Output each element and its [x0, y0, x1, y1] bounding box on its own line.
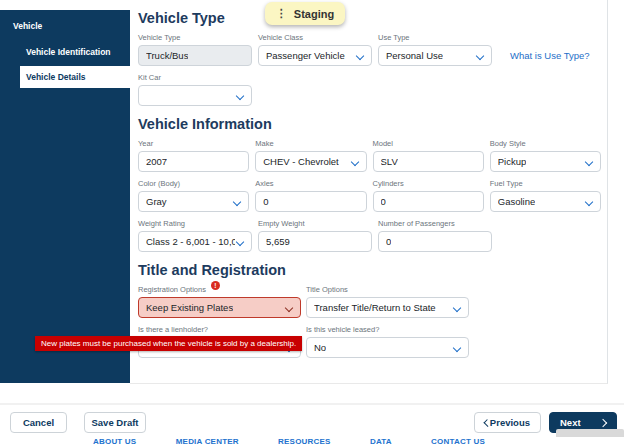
is-there-a-lienholder-label: Is there a lienholder?: [138, 325, 301, 334]
cancel-button[interactable]: Cancel: [10, 412, 67, 433]
chevron-down-icon: [233, 198, 241, 206]
number-of-passengers-input[interactable]: 0: [378, 231, 492, 252]
what-is-use-type-link[interactable]: What is Use Type?: [510, 45, 590, 66]
footer-link-media-center[interactable]: MEDIA CENTER: [176, 437, 239, 445]
year-label: Year: [138, 139, 249, 148]
chevron-down-icon: [476, 52, 484, 60]
error-tooltip: New plates must be purchased when the ve…: [35, 336, 302, 351]
chevron-down-icon: [453, 344, 461, 352]
fuel-type-label: Fuel Type: [490, 179, 601, 188]
registration-options-select[interactable]: Keep Existing Plates: [138, 297, 301, 318]
vehicle-type-label: Vehicle Type: [138, 33, 252, 42]
chevron-right-icon: [599, 418, 607, 426]
axles-label: Axles: [255, 179, 366, 188]
is-this-vehicle-leased-label: Is this vehicle leased?: [306, 325, 469, 334]
gray-strip: [556, 429, 624, 437]
sidebar-header: Vehicle: [0, 19, 130, 41]
empty-weight-input[interactable]: 5,659: [258, 231, 372, 252]
chevron-down-icon: [585, 158, 593, 166]
previous-button[interactable]: Previous: [474, 412, 541, 433]
staging-label: Staging: [294, 8, 334, 20]
color-body-label: Color (Body): [138, 179, 249, 188]
chevron-down-icon: [236, 238, 244, 246]
make-select[interactable]: CHEV - Chevrolet: [255, 151, 366, 172]
number-of-passengers-label: Number of Passengers: [378, 219, 492, 228]
fuel-type-select[interactable]: Gasoline: [490, 191, 601, 212]
title-options-label: Title Options: [306, 285, 469, 294]
next-label: Next: [560, 417, 581, 428]
use-type-select[interactable]: Personal Use: [378, 45, 492, 66]
registration-options-label: Registration Options!: [138, 285, 301, 294]
vehicle-type-input: Truck/Bus: [138, 45, 252, 66]
kebab-menu-icon[interactable]: ⋮: [276, 7, 287, 20]
staging-badge[interactable]: ⋮ Staging: [265, 2, 345, 25]
footer-link-resources[interactable]: RESOURCES: [278, 437, 330, 445]
year-input[interactable]: 2007: [138, 151, 249, 172]
model-label: Model: [373, 139, 484, 148]
chevron-down-icon: [236, 92, 244, 100]
cylinders-label: Cylinders: [373, 179, 484, 188]
vehicle-information-heading: Vehicle Information: [138, 116, 607, 132]
vehicle-details-page: Vehicle Vehicle IdentificationVehicle De…: [0, 0, 624, 445]
empty-weight-label: Empty Weight: [258, 219, 372, 228]
save-draft-button[interactable]: Save Draft: [84, 412, 146, 433]
kit-car-select[interactable]: [138, 85, 252, 106]
weight-rating-label: Weight Rating: [138, 219, 252, 228]
vehicle-type-heading: Vehicle Type: [138, 10, 607, 26]
footer-link-contact-us[interactable]: CONTACT US: [431, 437, 485, 445]
weight-rating-select[interactable]: Class 2 - 6,001 - 10,0: [138, 231, 252, 252]
footer-link-about-us[interactable]: ABOUT US: [93, 437, 136, 445]
previous-label: Previous: [490, 417, 530, 428]
chevron-down-icon: [356, 52, 364, 60]
error-icon: !: [211, 281, 220, 290]
chevron-down-icon: [453, 304, 461, 312]
vehicle-class-label: Vehicle Class: [258, 33, 372, 42]
sidebar-item-vehicle-identification[interactable]: Vehicle Identification: [0, 41, 130, 63]
color-body-select[interactable]: Gray: [138, 191, 249, 212]
footer-link-data[interactable]: DATA: [370, 437, 392, 445]
sidebar: Vehicle Vehicle IdentificationVehicle De…: [0, 10, 130, 383]
body-style-label: Body Style: [490, 139, 601, 148]
cylinders-input[interactable]: 0: [373, 191, 484, 212]
use-type-label: Use Type: [378, 33, 492, 42]
chevron-down-icon: [350, 158, 358, 166]
footer-links: ABOUT USMEDIA CENTERRESOURCESDATACONTACT…: [93, 437, 485, 445]
make-label: Make: [255, 139, 366, 148]
title-and-registration-heading: Title and Registration: [138, 262, 607, 278]
sidebar-item-vehicle-details[interactable]: Vehicle Details: [20, 66, 130, 88]
axles-input[interactable]: 0: [255, 191, 366, 212]
chevron-down-icon: [285, 304, 293, 312]
model-input[interactable]: SLV: [373, 151, 484, 172]
vehicle-class-select[interactable]: Passenger Vehicle: [258, 45, 372, 66]
title-options-select[interactable]: Transfer Title/Return to State: [306, 297, 469, 318]
chevron-down-icon: [585, 198, 593, 206]
body-style-select[interactable]: Pickup: [490, 151, 601, 172]
kit-car-label: Kit Car: [138, 73, 252, 82]
divider: [0, 403, 624, 405]
is-this-vehicle-leased-select[interactable]: No: [306, 337, 469, 358]
form-panel: Vehicle TypeVehicle TypeTruck/BusVehicle…: [130, 0, 608, 384]
